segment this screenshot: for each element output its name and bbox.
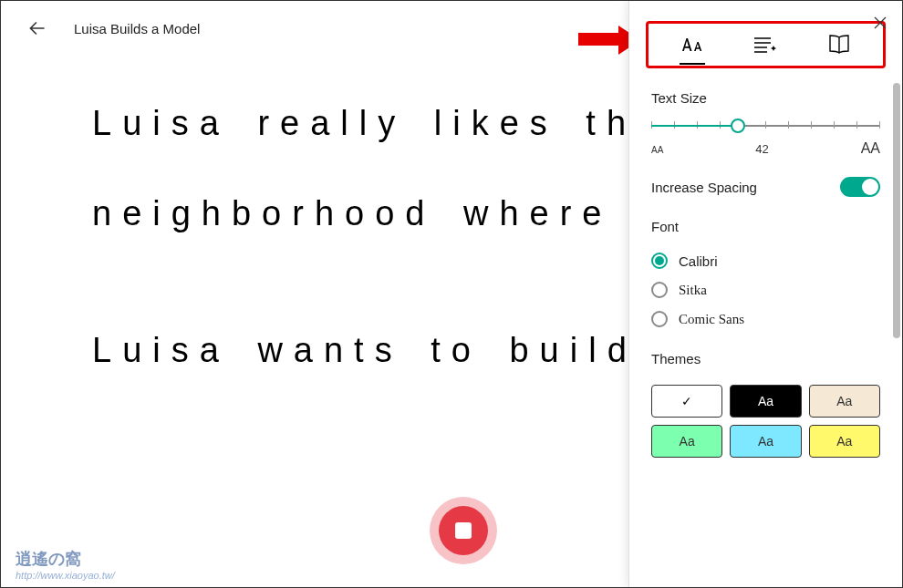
scrollbar[interactable] [893, 83, 900, 338]
close-button[interactable] [869, 12, 891, 34]
spacing-toggle[interactable] [840, 177, 880, 197]
toggle-knob [862, 179, 878, 195]
page-title: Luisa Builds a Model [74, 21, 200, 36]
large-text-icon: AA [861, 140, 880, 157]
watermark: 逍遙の窩 http://www.xiaoyao.tw/ [16, 550, 115, 582]
radio-icon [651, 282, 668, 298]
theme-swatch-2[interactable]: Aa [809, 385, 880, 418]
theme-swatch-4[interactable]: Aa [730, 425, 801, 458]
back-arrow-icon [26, 16, 49, 40]
back-button[interactable] [19, 10, 56, 46]
text-size-value: 42 [755, 142, 768, 156]
tab-grammar-options[interactable] [747, 26, 784, 63]
book-icon [826, 34, 852, 56]
themes-grid: ✓AaAaAaAaAa [629, 377, 902, 465]
radio-icon [651, 253, 668, 269]
radio-icon [651, 311, 668, 327]
font-option-label: Calibri [679, 253, 718, 269]
spacing-row: Increase Spacing [629, 157, 902, 197]
close-icon [873, 15, 887, 30]
font-option-comic-sans[interactable]: Comic Sans [651, 311, 880, 327]
stop-button[interactable] [439, 506, 488, 555]
panel-tabs [646, 21, 886, 68]
text-size-section: Text Size AA 42 AA [629, 68, 902, 157]
theme-swatch-1[interactable]: Aa [730, 385, 801, 418]
font-option-label: Sitka [679, 283, 707, 298]
text-size-icon [679, 34, 706, 56]
slider-thumb[interactable] [731, 119, 745, 133]
font-option-calibri[interactable]: Calibri [651, 253, 880, 269]
tab-reading-preferences[interactable] [821, 26, 857, 63]
font-option-sitka[interactable]: Sitka [651, 282, 880, 298]
font-label: Font [651, 219, 880, 234]
stop-icon [455, 522, 472, 539]
text-size-label: Text Size [651, 90, 880, 106]
spacing-label: Increase Spacing [651, 180, 757, 195]
lines-sparkle-icon [752, 35, 778, 55]
font-option-label: Comic Sans [679, 312, 744, 327]
font-radio-group: Calibri Sitka Comic Sans [629, 245, 902, 327]
themes-section: Themes [629, 340, 902, 366]
tab-text-preferences[interactable] [674, 26, 711, 63]
theme-swatch-5[interactable]: Aa [809, 425, 880, 458]
text-size-slider[interactable] [651, 117, 880, 135]
theme-swatch-3[interactable]: Aa [651, 425, 722, 458]
font-section: Font [629, 197, 902, 234]
themes-label: Themes [651, 351, 880, 366]
settings-panel: Text Size AA 42 AA Increase Spacing Font… [628, 1, 902, 587]
small-text-icon: AA [651, 145, 663, 155]
theme-swatch-0[interactable]: ✓ [651, 385, 722, 418]
